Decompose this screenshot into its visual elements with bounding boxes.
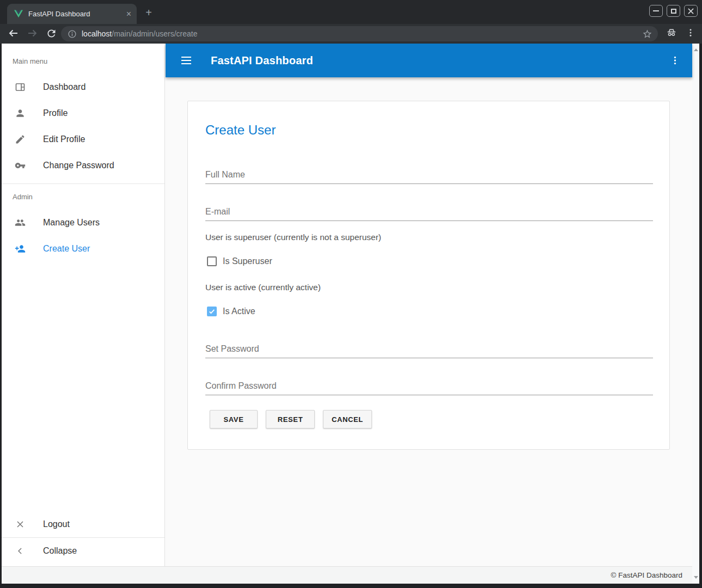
url-bar[interactable]: localhost/main/admin/users/create [61, 26, 658, 41]
sidebar-item-label: Collapse [43, 546, 77, 556]
set-password-input[interactable] [205, 340, 653, 358]
page-footer: © FastAPI Dashboard [2, 566, 692, 584]
maximize-button[interactable] [667, 5, 680, 17]
sidebar-item-label: Manage Users [43, 218, 100, 228]
full-name-input[interactable] [205, 166, 653, 184]
site-info-icon[interactable] [68, 29, 77, 39]
sidebar-item-collapse[interactable]: Collapse [2, 538, 164, 564]
key-icon [15, 160, 26, 171]
scroll-down-arrow-icon[interactable] [692, 574, 699, 581]
browser-tab[interactable]: FastAPI Dashboard × [7, 4, 137, 24]
person-icon [15, 108, 26, 119]
sidebar-item-label: Dashboard [43, 82, 86, 92]
url-host: localhost [82, 29, 112, 38]
create-user-card: Create User User is superuser (currently… [187, 101, 670, 450]
close-icon [688, 8, 694, 14]
sidebar-item-label: Edit Profile [43, 134, 85, 144]
superuser-note: User is superuser (currently is not a su… [205, 232, 381, 242]
dashboard-icon [15, 82, 26, 93]
main-area: Create User User is superuser (currently… [166, 77, 692, 566]
scroll-up-arrow-icon[interactable] [692, 46, 699, 53]
hamburger-menu-icon[interactable] [180, 54, 193, 67]
save-button[interactable]: SAVE [210, 410, 258, 428]
sidebar-item-create-user[interactable]: Create User [2, 236, 164, 262]
cancel-button[interactable]: CANCEL [323, 410, 372, 428]
active-note: User is active (currently active) [205, 283, 321, 292]
sidebar-item-change-password[interactable]: Change Password [2, 152, 164, 179]
bookmark-star-icon[interactable] [642, 29, 652, 39]
window-controls [649, 5, 698, 17]
sidebar-item-logout[interactable]: Logout [2, 511, 164, 537]
sidebar-item-label: Logout [43, 519, 70, 529]
browser-toolbar: localhost/main/admin/users/create [0, 24, 702, 44]
is-active-checkbox[interactable] [207, 307, 217, 316]
pencil-icon [15, 134, 26, 145]
appbar: FastAPI Dashboard [166, 44, 692, 77]
sidebar-caption-admin: Admin [13, 193, 33, 201]
email-input[interactable] [205, 203, 653, 221]
page-title: Create User [205, 122, 276, 138]
appbar-menu-icon[interactable] [670, 54, 680, 66]
sidebar-item-label: Profile [43, 108, 68, 118]
maximize-icon [671, 9, 676, 14]
minimize-button[interactable] [649, 5, 663, 17]
page-scrollbar[interactable] [692, 44, 699, 584]
sidebar-item-dashboard[interactable]: Dashboard [2, 74, 164, 100]
reload-icon[interactable] [46, 28, 57, 39]
new-tab-button[interactable]: + [142, 5, 156, 20]
reset-button[interactable]: RESET [266, 410, 315, 428]
sidebar-divider [2, 183, 164, 184]
page-content: Main menu Dashboard Profile Edit Profile [2, 44, 699, 584]
vue-logo-icon [14, 10, 23, 18]
browser-window: FastAPI Dashboard × + [0, 0, 702, 588]
browser-menu-icon[interactable] [686, 27, 695, 39]
chevron-left-icon [15, 546, 26, 556]
forward-icon[interactable] [26, 27, 39, 40]
form-buttons: SAVE RESET CANCEL [210, 410, 372, 428]
check-icon [208, 308, 216, 315]
tab-close-icon[interactable]: × [126, 10, 131, 19]
person-add-icon [15, 243, 26, 254]
is-active-row: Is Active [207, 304, 255, 318]
sidebar-item-profile[interactable]: Profile [2, 100, 164, 126]
tab-title: FastAPI Dashboard [28, 10, 126, 18]
incognito-icon [665, 27, 678, 39]
sidebar: Main menu Dashboard Profile Edit Profile [2, 44, 165, 566]
copyright-text: © FastAPI Dashboard [611, 571, 682, 579]
close-button[interactable] [684, 5, 698, 17]
sidebar-item-label: Create User [43, 244, 90, 254]
people-icon [15, 217, 26, 228]
is-superuser-label: Is Superuser [223, 256, 272, 266]
back-icon[interactable] [7, 27, 20, 40]
browser-tabstrip: FastAPI Dashboard × + [0, 0, 702, 24]
confirm-password-input[interactable] [205, 377, 653, 395]
sidebar-caption-main-menu: Main menu [13, 57, 47, 65]
sidebar-item-manage-users[interactable]: Manage Users [2, 210, 164, 236]
appbar-title: FastAPI Dashboard [211, 54, 313, 67]
is-active-label: Is Active [223, 307, 255, 316]
logout-x-icon [15, 519, 26, 530]
sidebar-item-label: Change Password [43, 161, 114, 170]
sidebar-item-edit-profile[interactable]: Edit Profile [2, 126, 164, 152]
url-path: /main/admin/users/create [112, 29, 197, 38]
is-superuser-row: Is Superuser [207, 254, 272, 268]
is-superuser-checkbox[interactable] [207, 256, 217, 266]
minimize-icon [653, 10, 659, 11]
